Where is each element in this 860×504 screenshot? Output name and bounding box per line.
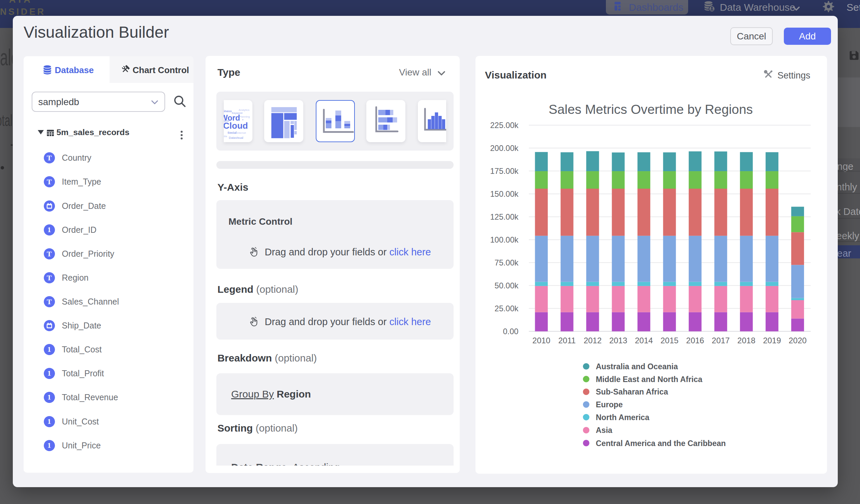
svg-text:2016: 2016: [686, 336, 704, 345]
svg-text:50.00k: 50.00k: [495, 281, 519, 290]
svg-text:2019: 2019: [763, 336, 781, 345]
svg-text:225.00k: 225.00k: [490, 121, 518, 130]
svg-text:2014: 2014: [635, 336, 653, 345]
svg-text:2010: 2010: [532, 336, 550, 345]
svg-text:North America: North America: [596, 413, 650, 422]
svg-text:Sub-Saharan Africa: Sub-Saharan Africa: [596, 387, 668, 396]
svg-text:2013: 2013: [609, 336, 627, 345]
svg-text:25.00k: 25.00k: [495, 304, 519, 313]
svg-text:Middle East and North Africa: Middle East and North Africa: [596, 375, 703, 384]
svg-text:200.00k: 200.00k: [490, 144, 518, 153]
svg-text:175.00k: 175.00k: [490, 167, 518, 175]
svg-text:100.00k: 100.00k: [490, 235, 518, 244]
svg-text:Asia: Asia: [596, 426, 613, 435]
svg-text:Europe: Europe: [596, 400, 623, 409]
svg-text:75.00k: 75.00k: [495, 258, 519, 267]
svg-text:2020: 2020: [789, 336, 806, 345]
svg-text:0.00: 0.00: [503, 327, 518, 336]
svg-text:2012: 2012: [584, 336, 602, 345]
svg-text:150.00k: 150.00k: [490, 190, 518, 199]
svg-text:Australia and Oceania: Australia and Oceania: [596, 362, 678, 371]
svg-text:125.00k: 125.00k: [490, 213, 518, 221]
svg-text:2017: 2017: [712, 336, 730, 345]
svg-text:2011: 2011: [558, 336, 576, 345]
svg-text:2018: 2018: [737, 336, 755, 345]
svg-text:2015: 2015: [660, 336, 678, 345]
svg-text:Central America and the Caribb: Central America and the Caribbean: [596, 439, 726, 448]
svg-text:Sales Metrics Overtime by Regi: Sales Metrics Overtime by Regions: [549, 102, 753, 117]
